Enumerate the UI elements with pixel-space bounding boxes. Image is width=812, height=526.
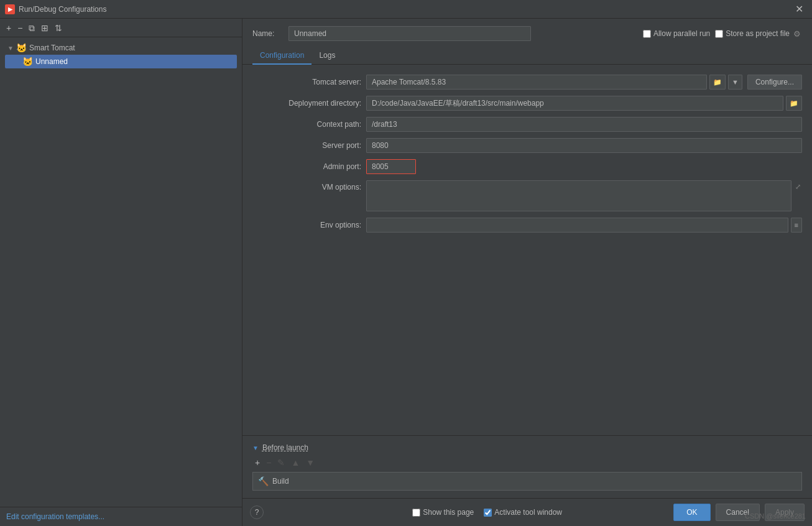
before-launch-section: ▼ Before launch + − ✎ ▲ ▼ 🔨 Build — [242, 435, 812, 498]
remove-config-button[interactable]: − — [15, 22, 25, 34]
vm-options-expand-button[interactable]: ⤢ — [794, 182, 802, 192]
env-options-edit-button[interactable]: ≡ — [791, 218, 802, 233]
server-port-input[interactable] — [366, 138, 802, 153]
before-launch-edit-button[interactable]: ✎ — [275, 457, 287, 468]
admin-port-label: Admin port: — [252, 162, 361, 171]
left-panel: + − ⧉ ⊞ ⇅ ▼ 🐱 Smart Tomcat 🐱 Unnamed Edi… — [0, 19, 242, 526]
store-project-gear-button[interactable]: ⚙ — [792, 28, 802, 40]
context-path-input[interactable] — [366, 117, 802, 132]
before-launch-chevron-icon[interactable]: ▼ — [252, 445, 259, 451]
store-project-checkbox[interactable] — [715, 30, 723, 38]
name-input[interactable] — [288, 26, 531, 41]
left-toolbar: + − ⧉ ⊞ ⇅ — [0, 19, 242, 37]
tree-item-unnamed[interactable]: 🐱 Unnamed — [5, 55, 237, 68]
sort-button[interactable]: ⇅ — [52, 22, 65, 34]
tree-group-header[interactable]: ▼ 🐱 Smart Tomcat — [5, 41, 237, 55]
vm-options-row: VM options: ⤢ — [252, 180, 802, 211]
title-bar-text: Run/Debug Configurations — [19, 5, 791, 14]
smart-tomcat-icon: 🐱 — [16, 43, 27, 53]
show-this-page-text: Show this page — [423, 508, 474, 517]
main-layout: + − ⧉ ⊞ ⇅ ▼ 🐱 Smart Tomcat 🐱 Unnamed Edi… — [0, 19, 812, 526]
before-launch-title[interactable]: Before launch — [262, 443, 308, 452]
title-bar: ▶ Run/Debug Configurations ✕ — [0, 0, 812, 19]
move-to-group-button[interactable]: ⊞ — [39, 22, 51, 34]
env-options-input[interactable] — [366, 218, 788, 233]
help-button[interactable]: ? — [250, 505, 264, 519]
tomcat-server-row: Tomcat server: 📁 ▼ Configure... — [252, 75, 802, 90]
name-row: Name: Allow parallel run Store as projec… — [242, 19, 812, 46]
bottom-checkboxes: Show this page Activate tool window — [264, 508, 673, 517]
bottom-bar: ? Show this page Activate tool window OK… — [242, 498, 812, 526]
server-port-label: Server port: — [252, 141, 361, 150]
admin-port-input[interactable] — [366, 159, 416, 174]
left-panel-footer: Edit configuration templates... — [0, 507, 242, 526]
tomcat-server-input[interactable] — [366, 75, 707, 90]
vm-options-label: VM options: — [252, 180, 361, 191]
context-path-label: Context path: — [252, 120, 361, 129]
store-project-area: Store as project file ⚙ — [715, 28, 802, 40]
watermark: CSDN @silence281 — [745, 512, 806, 520]
activate-tool-window-text: Activate tool window — [494, 508, 562, 517]
before-launch-add-button[interactable]: + — [252, 457, 262, 468]
tab-logs[interactable]: Logs — [311, 46, 343, 65]
config-icon: 🐱 — [22, 57, 33, 67]
tree-item-label: Unnamed — [35, 57, 68, 66]
before-launch-down-button[interactable]: ▼ — [303, 457, 317, 468]
tomcat-server-label: Tomcat server: — [252, 78, 361, 86]
right-panel: Name: Allow parallel run Store as projec… — [242, 19, 812, 526]
activate-tool-window-checkbox[interactable] — [484, 509, 492, 517]
tomcat-folder-button[interactable]: 📁 — [709, 75, 726, 90]
server-port-row: Server port: — [252, 138, 802, 153]
before-launch-remove-button[interactable]: − — [264, 457, 274, 468]
add-config-button[interactable]: + — [4, 22, 14, 34]
context-path-row: Context path: — [252, 117, 802, 132]
admin-port-row: Admin port: — [252, 159, 802, 174]
show-this-page-checkbox[interactable] — [412, 509, 420, 517]
close-button[interactable]: ✕ — [791, 2, 807, 16]
vm-options-input[interactable] — [366, 180, 791, 211]
before-launch-header: ▼ Before launch — [252, 443, 802, 452]
name-label: Name: — [252, 29, 284, 38]
app-icon: ▶ — [5, 4, 15, 14]
deployment-dir-folder-button[interactable]: 📁 — [786, 96, 802, 111]
allow-parallel-run-text: Allow parallel run — [653, 29, 710, 38]
tree-group-label: Smart Tomcat — [29, 44, 75, 52]
configure-button[interactable]: Configure... — [747, 75, 802, 90]
ok-button[interactable]: OK — [673, 504, 710, 521]
tab-configuration[interactable]: Configuration — [252, 46, 311, 65]
allow-parallel-run-label[interactable]: Allow parallel run — [643, 29, 710, 38]
env-options-label: Env options: — [252, 221, 361, 229]
env-options-area: ≡ — [366, 218, 802, 233]
build-icon: 🔨 — [258, 476, 269, 486]
before-launch-list: 🔨 Build — [252, 472, 802, 491]
tomcat-dropdown-button[interactable]: ▼ — [728, 75, 742, 90]
env-options-row: Env options: ≡ — [252, 218, 802, 233]
copy-config-button[interactable]: ⧉ — [26, 22, 37, 34]
edit-templates-link[interactable]: Edit configuration templates... — [6, 512, 104, 521]
parallel-run-area: Allow parallel run — [643, 29, 710, 38]
before-launch-toolbar: + − ✎ ▲ ▼ — [252, 457, 802, 468]
deployment-dir-input[interactable] — [366, 96, 783, 111]
show-this-page-label[interactable]: Show this page — [412, 508, 474, 517]
before-launch-up-button[interactable]: ▲ — [288, 457, 302, 468]
allow-parallel-run-checkbox[interactable] — [643, 30, 651, 38]
config-content: Tomcat server: 📁 ▼ Configure... Deployme… — [242, 65, 812, 435]
activate-tool-window-label[interactable]: Activate tool window — [484, 508, 562, 517]
deployment-dir-row: Deployment directory: 📁 — [252, 96, 802, 111]
deployment-dir-label: Deployment directory: — [252, 99, 361, 108]
build-label: Build — [272, 477, 289, 486]
chevron-down-icon: ▼ — [7, 45, 14, 52]
tree-group-smart-tomcat: ▼ 🐱 Smart Tomcat 🐱 Unnamed — [0, 40, 242, 70]
tree-area: ▼ 🐱 Smart Tomcat 🐱 Unnamed — [0, 37, 242, 507]
build-list-item[interactable]: 🔨 Build — [254, 474, 800, 489]
store-project-label: Store as project file — [726, 29, 790, 38]
tabs-bar: Configuration Logs — [242, 46, 812, 65]
tomcat-server-input-area: 📁 ▼ — [366, 75, 742, 90]
